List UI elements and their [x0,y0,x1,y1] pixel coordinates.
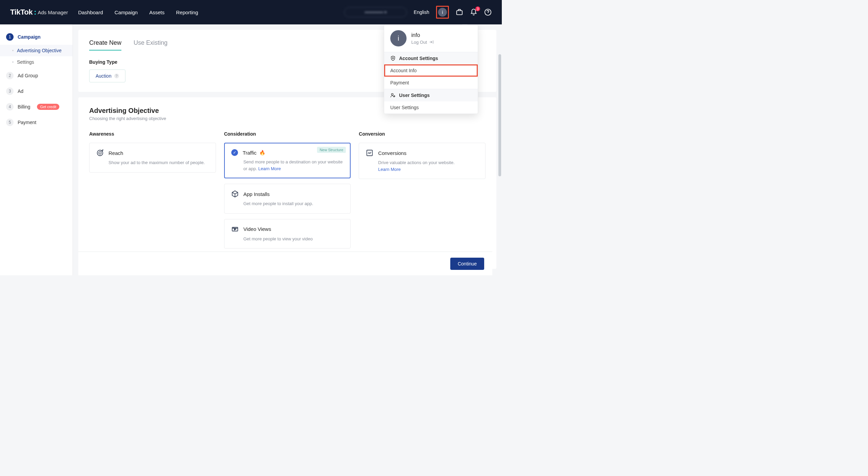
logout-icon [429,40,434,44]
brand-logo[interactable]: TikTok: Ads Manager [10,8,68,17]
svg-point-8 [394,96,395,97]
flame-icon: 🔥 [259,150,265,155]
menu-username: info [411,32,434,38]
svg-point-3 [99,152,101,154]
bell-badge: 3 [475,6,480,11]
nav-assets[interactable]: Assets [149,9,164,15]
step-num-2: 2 [6,72,14,79]
account-dropdown-menu: i info Log Out Account Settings Acco [384,24,478,114]
step-num-3: 3 [6,87,14,95]
get-credit-badge: Get credit [37,104,59,110]
card-reach[interactable]: Reach Show your ad to the maximum number… [89,143,216,173]
scrollbar-track[interactable] [498,54,502,275]
target-icon [96,149,104,157]
traffic-learn-more[interactable]: Learn More [258,166,281,171]
check-icon: ✓ [231,149,238,156]
traffic-title: Traffic [243,150,257,156]
sidebar-item-billing[interactable]: 4 Billing Get credit [0,99,73,115]
step-num-4: 4 [6,103,14,111]
objective-card: Advertising Objective Choosing the right… [78,97,496,269]
objective-columns: Awareness Reach Show your ad to the maxi… [89,131,486,249]
conv-learn-more[interactable]: Learn More [378,167,400,172]
nav-links: Dashboard Campaign Assets Reporting [78,9,198,15]
col-head-conversion: Conversion [359,131,486,137]
svg-point-7 [391,94,393,95]
avatar-highlight-box: i [436,6,449,19]
new-structure-tag: New Structure [317,147,346,153]
nav-reporting[interactable]: Reporting [176,9,198,15]
continue-button[interactable]: Continue [450,258,484,270]
user-gear-icon [390,93,396,98]
card-app-installs[interactable]: App Installs Get more people to install … [224,184,351,214]
auction-button[interactable]: Auction ? [89,70,125,82]
reach-desc: Show your ad to the maximum number of pe… [108,159,209,166]
card-conversions[interactable]: Conversions Drive valuable actions on yo… [359,143,486,179]
menu-user-settings-head: User Settings [384,89,478,101]
app-desc: Get more people to install your app. [243,200,344,207]
tab-create-new[interactable]: Create New [89,39,121,51]
brand-tiktok-word: TikTok [10,8,33,17]
card-traffic[interactable]: New Structure ✓ Traffic 🔥 Send more peop… [224,143,351,178]
step-num-1: 1 [6,33,14,41]
reach-title: Reach [108,150,123,156]
menu-account-settings-head: Account Settings [384,52,478,64]
sidebar-item-adgroup[interactable]: 2 Ad Group [0,68,73,83]
chart-icon [366,149,373,157]
sidebar-item-payment[interactable]: 5 Payment [0,115,73,130]
video-icon [231,225,239,233]
col-awareness: Awareness Reach Show your ad to the maxi… [89,131,216,249]
app-title: App Installs [243,191,270,197]
cube-icon [231,190,239,198]
conv-title: Conversions [378,150,406,156]
scrollbar-thumb[interactable] [498,54,501,176]
bell-icon[interactable]: 3 [470,8,477,16]
col-head-awareness: Awareness [89,131,216,137]
step-num-5: 5 [6,119,14,126]
top-nav: TikTok: Ads Manager Dashboard Campaign A… [0,0,502,24]
question-icon: ? [114,74,119,78]
video-title: Video Views [243,226,271,232]
nav-campaign[interactable]: Campaign [115,9,138,15]
sidebar-label-campaign: Campaign [18,34,41,40]
col-conversion: Conversion Conversions Drive valuable ac… [359,131,486,249]
card-video-views[interactable]: Video Views Get more people to view your… [224,219,351,249]
language-selector[interactable]: English [414,9,429,15]
sidebar: 1 Campaign Advertising Objective Setting… [0,24,73,275]
sidebar-item-campaign[interactable]: 1 Campaign [0,29,73,45]
menu-header: i info Log Out [384,25,478,52]
sidebar-item-ad[interactable]: 3 Ad [0,83,73,99]
briefcase-icon[interactable] [456,8,463,16]
col-consideration: Consideration New Structure ✓ Traffic 🔥 [224,131,351,249]
menu-account-info[interactable]: Account Info [384,64,478,77]
sidebar-sub-objective[interactable]: Advertising Objective [0,45,73,56]
main-content: Create New Use Existing Buying Type Auct… [73,24,502,275]
conv-desc: Drive valuable actions on your website. [378,160,454,165]
shield-gear-icon [390,56,396,61]
nav-dashboard[interactable]: Dashboard [78,9,103,15]
menu-avatar: i [390,30,407,46]
col-head-consideration: Consideration [224,131,351,137]
brand-colon: : [34,8,36,17]
footer-bar: Continue [78,252,492,275]
menu-user-settings[interactable]: User Settings [384,101,478,114]
nav-right: ▪▪▪▪▪▪▪▪▪▪▪▪▪ ▾ English i 3 [344,6,492,19]
account-selector-pill[interactable]: ▪▪▪▪▪▪▪▪▪▪▪▪▪ ▾ [344,7,407,17]
help-icon[interactable] [484,8,492,16]
objective-subtitle: Choosing the right advertising objective [89,116,486,121]
video-desc: Get more people to view your video [243,236,344,242]
tab-use-existing[interactable]: Use Existing [134,39,167,51]
sidebar-sub-settings[interactable]: Settings [0,56,73,68]
svg-point-6 [392,57,394,59]
logout-link[interactable]: Log Out [411,40,434,45]
avatar-button[interactable]: i [438,8,447,17]
svg-rect-0 [457,11,462,15]
brand-sub: Ads Manager [38,9,68,15]
menu-payment[interactable]: Payment [384,77,478,89]
